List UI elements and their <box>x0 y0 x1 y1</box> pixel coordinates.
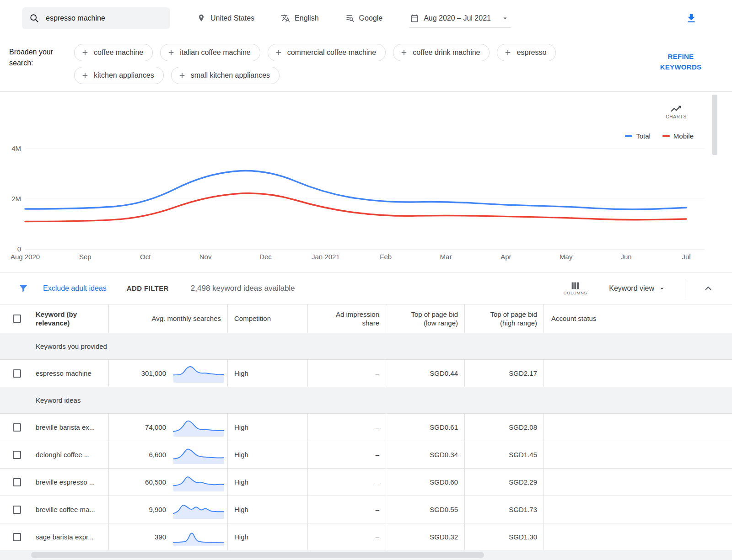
keyword-cell: delonghi coffee ... <box>29 441 108 468</box>
row-checkbox[interactable] <box>13 369 21 378</box>
legend-swatch <box>662 135 670 137</box>
row-checkbox[interactable] <box>13 506 21 514</box>
bid-high-cell: SGD2.17 <box>464 360 544 387</box>
horizontal-scrollbar-thumb[interactable] <box>31 552 484 558</box>
col-ad-impression-share[interactable]: Ad impression share <box>307 304 386 333</box>
keywords-table: Keyword (by relevance) Avg. monthly sear… <box>0 304 732 551</box>
competition-cell: High <box>227 360 307 387</box>
bid-low-cell: SGD0.60 <box>386 469 464 496</box>
searches-sparkline <box>172 527 226 547</box>
table-row[interactable]: sage barista expr...390High–SGD0.32SGD1.… <box>0 523 732 551</box>
bid-low-cell: SGD0.61 <box>386 414 464 441</box>
col-keyword[interactable]: Keyword (by relevance) <box>29 304 108 333</box>
broaden-chip[interactable]: small kitchen appliances <box>171 67 280 84</box>
table-row[interactable]: delonghi coffee ...6,600High–SGD0.34SGD1… <box>0 441 732 469</box>
bid-low-cell: SGD0.32 <box>386 523 464 550</box>
broaden-chip[interactable]: espresso <box>497 44 556 61</box>
ad-impression-share-cell: – <box>307 496 386 523</box>
chip-label: coffee drink machine <box>413 48 480 57</box>
keyword-cell: sage barista expr... <box>29 523 108 550</box>
download-button[interactable] <box>685 12 697 24</box>
chip-label: coffee machine <box>94 48 143 57</box>
language-selector[interactable]: English <box>281 14 318 23</box>
svg-text:Jun: Jun <box>621 253 632 261</box>
add-filter-button[interactable]: ADD FILTER <box>127 284 169 292</box>
filter-bar: Exclude adult ideas ADD FILTER 2,498 key… <box>0 272 732 304</box>
dropdown-arrow-icon <box>658 285 666 292</box>
broaden-chip[interactable]: commercial coffee machine <box>268 44 386 61</box>
horizontal-scrollbar-track[interactable] <box>0 550 732 560</box>
bid-low-cell: SGD0.55 <box>386 496 464 523</box>
svg-text:2M: 2M <box>11 195 21 203</box>
competition-cell: High <box>227 523 307 550</box>
language-label: English <box>295 14 318 22</box>
filter-funnel-icon[interactable] <box>18 283 28 293</box>
col-account-status[interactable]: Account status <box>544 304 732 333</box>
calendar-icon <box>410 14 419 23</box>
vertical-scrollbar-thumb[interactable] <box>712 95 717 155</box>
account-status-cell <box>544 469 732 496</box>
ad-impression-share-cell: – <box>307 360 386 387</box>
svg-text:Oct: Oct <box>140 253 151 261</box>
location-selector[interactable]: United States <box>197 14 254 23</box>
exclude-adult-ideas-link[interactable]: Exclude adult ideas <box>43 284 107 293</box>
col-competition[interactable]: Competition <box>227 304 307 333</box>
avg-searches-cell: 74,000 <box>108 414 227 441</box>
account-status-cell <box>544 523 732 550</box>
broaden-chip[interactable]: italian coffee machine <box>160 44 260 61</box>
broaden-chip[interactable]: coffee machine <box>74 44 153 61</box>
row-checkbox[interactable] <box>13 451 21 459</box>
table-row[interactable]: breville coffee ma...9,900High–SGD0.55SG… <box>0 496 732 523</box>
bid-low-cell: SGD0.34 <box>386 441 464 468</box>
charts-toggle[interactable]: CHARTS <box>662 104 690 119</box>
table-row[interactable]: breville espresso ...60,500High–SGD0.60S… <box>0 469 732 496</box>
chip-label: commercial coffee machine <box>287 48 376 57</box>
keyword-view-label: Keyword view <box>609 284 654 293</box>
col-top-of-page-bid-low[interactable]: Top of page bid (low range) <box>386 304 464 333</box>
chip-label: kitchen appliances <box>94 71 154 80</box>
account-status-cell <box>544 414 732 441</box>
plus-icon <box>504 48 512 57</box>
keyword-ideas-count: 2,498 keyword ideas available <box>191 284 295 293</box>
broaden-chip[interactable]: kitchen appliances <box>74 67 164 84</box>
row-checkbox[interactable] <box>13 533 21 541</box>
row-checkbox[interactable] <box>13 478 21 486</box>
ad-impression-share-cell: – <box>307 414 386 441</box>
col-avg-monthly-searches[interactable]: Avg. monthly searches <box>108 304 227 333</box>
avg-searches-value: 74,000 <box>109 423 172 431</box>
collapse-chevron-button[interactable] <box>703 283 714 294</box>
legend-item-mobile[interactable]: Mobile <box>662 132 694 140</box>
col-top-of-page-bid-high[interactable]: Top of page bid (high range) <box>464 304 544 333</box>
location-pin-icon <box>197 14 206 23</box>
svg-text:Jan 2021: Jan 2021 <box>312 253 340 261</box>
search-input[interactable]: espresso machine <box>46 14 105 22</box>
broaden-chip[interactable]: coffee drink machine <box>393 44 490 61</box>
svg-text:Jul: Jul <box>682 253 690 261</box>
bid-high-cell: SGD1.30 <box>464 523 544 550</box>
columns-button[interactable]: COLUMNS <box>564 282 587 295</box>
network-selector[interactable]: Google <box>345 14 383 23</box>
date-range-selector[interactable]: Aug 2020 – Jul 2021 <box>409 11 511 28</box>
select-all-checkbox[interactable] <box>13 315 21 323</box>
legend-item-total[interactable]: Total <box>625 132 651 140</box>
trending-chart-icon <box>662 104 690 113</box>
chip-label: small kitchen appliances <box>191 71 270 80</box>
broaden-chips: coffee machineitalian coffee machinecomm… <box>74 44 650 84</box>
svg-text:Nov: Nov <box>199 253 212 261</box>
svg-text:Feb: Feb <box>380 253 392 261</box>
avg-searches-cell: 301,000 <box>108 360 227 387</box>
plus-icon <box>274 48 283 57</box>
table-row[interactable]: breville barista ex...74,000High–SGD0.61… <box>0 414 732 441</box>
table-row[interactable]: espresso machine301,000High–SGD0.44SGD2.… <box>0 360 732 387</box>
competition-cell: High <box>227 414 307 441</box>
filter-bar-right: COLUMNS Keyword view <box>564 279 714 298</box>
svg-text:Mar: Mar <box>440 253 452 261</box>
plus-icon <box>81 48 89 57</box>
keyword-view-dropdown[interactable]: Keyword view <box>609 284 666 293</box>
row-checkbox[interactable] <box>13 423 21 432</box>
searches-sparkline <box>172 445 226 465</box>
search-icon <box>29 13 39 23</box>
refine-keywords-button[interactable]: REFINE KEYWORDS <box>655 51 706 73</box>
section-header-row: Keywords you provided <box>0 333 732 360</box>
search-box[interactable]: espresso machine <box>22 7 170 29</box>
